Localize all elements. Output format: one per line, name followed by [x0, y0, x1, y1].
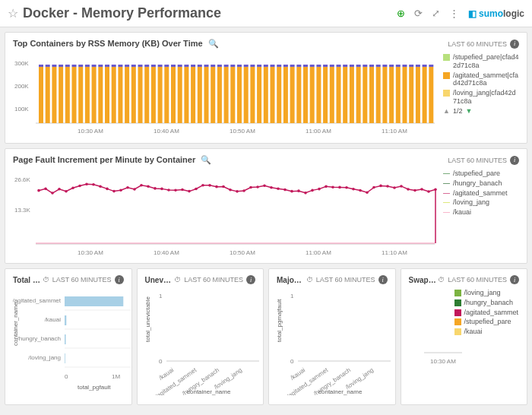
svg-rect-89 — [316, 67, 321, 123]
svg-text:1M: 1M — [112, 373, 120, 380]
legend-item[interactable]: —/agitated_sammet — [443, 189, 508, 198]
legend-item[interactable]: /agitated_sammet|cfad42d71c8a — [443, 71, 519, 88]
svg-text:10:40 AM: 10:40 AM — [154, 249, 179, 256]
svg-rect-114 — [403, 65, 407, 67]
svg-point-183 — [386, 185, 389, 188]
star-icon[interactable]: ☆ — [8, 6, 18, 21]
svg-rect-50 — [191, 65, 195, 67]
svg-rect-71 — [257, 67, 261, 123]
add-icon[interactable]: ⊕ — [397, 8, 405, 19]
line-chart: 10:30 AM — [409, 337, 527, 368]
legend-item[interactable]: /stupefied_pare — [454, 318, 520, 326]
legend-pager[interactable]: ▲ 1/2 ▼ — [443, 107, 519, 116]
legend-item[interactable]: —/hungry_banach — [443, 179, 508, 188]
svg-text:/kauai: /kauai — [157, 366, 175, 382]
legend-item[interactable]: /loving_jang — [454, 289, 520, 297]
legend-item[interactable]: —/loving_jang — [443, 198, 508, 207]
refresh-icon[interactable]: ⟳ — [414, 8, 423, 19]
info-icon[interactable]: i — [246, 275, 255, 284]
info-icon[interactable]: i — [510, 275, 519, 284]
svg-rect-27 — [112, 67, 116, 123]
svg-point-182 — [379, 185, 382, 188]
more-icon[interactable]: ⋮ — [449, 8, 459, 19]
svg-point-153 — [181, 188, 184, 192]
svg-rect-95 — [337, 67, 341, 123]
svg-text:26.6K: 26.6K — [14, 176, 31, 183]
svg-rect-112 — [396, 65, 401, 67]
panel-title: Page Fault Increment per Minute by Conta… — [13, 155, 448, 165]
time-range[interactable]: LAST 60 MINUTES i — [448, 156, 519, 165]
svg-rect-15 — [72, 67, 77, 123]
legend-item[interactable]: /hungry_banach — [454, 299, 520, 307]
svg-rect-96 — [343, 65, 347, 67]
svg-text:container_name: container_name — [318, 388, 363, 395]
svg-point-155 — [195, 188, 198, 191]
legend-item[interactable]: —/kauai — [443, 208, 508, 217]
svg-rect-106 — [376, 65, 381, 67]
svg-rect-20 — [92, 65, 97, 67]
svg-rect-31 — [125, 67, 129, 123]
svg-rect-98 — [350, 65, 354, 67]
svg-rect-49 — [184, 67, 188, 123]
svg-rect-62 — [230, 65, 235, 67]
svg-rect-67 — [244, 67, 249, 123]
time-range[interactable]: ⏱LAST 60 MINUTES i — [306, 275, 388, 284]
svg-rect-115 — [403, 67, 407, 123]
magnify-icon[interactable]: 🔍 — [208, 39, 219, 48]
svg-rect-110 — [389, 65, 394, 67]
magnify-icon[interactable]: 🔍 — [201, 155, 211, 164]
svg-point-184 — [393, 186, 396, 189]
bar-chart: total_unevictable 1 0 /kauai/agitated_sa… — [145, 289, 263, 395]
expand-icon[interactable]: ⤢ — [432, 8, 440, 19]
svg-point-144 — [119, 188, 122, 192]
svg-rect-123 — [429, 67, 433, 123]
legend-item[interactable]: —/stupefied_pare — [443, 169, 508, 178]
svg-text:0: 0 — [65, 373, 68, 380]
svg-point-166 — [270, 186, 273, 189]
panel-title: Major Fault Total … — [277, 276, 305, 284]
svg-rect-60 — [224, 65, 229, 67]
svg-point-163 — [249, 186, 252, 189]
legend-item[interactable]: /kauai — [454, 328, 520, 336]
svg-rect-208 — [65, 353, 65, 363]
info-icon[interactable]: i — [115, 275, 124, 284]
svg-rect-5 — [39, 67, 43, 123]
svg-rect-36 — [144, 65, 149, 67]
svg-text:13.3K: 13.3K — [14, 207, 31, 214]
info-icon[interactable]: i — [510, 156, 519, 165]
svg-text:1: 1 — [159, 293, 163, 299]
panel-title: Swap Size by Con… — [409, 276, 437, 284]
time-range[interactable]: ⏱LAST 60 MINUTES i — [438, 275, 519, 284]
svg-point-140 — [92, 183, 95, 186]
time-range[interactable]: ⏱LAST 60 MINUTES i — [43, 275, 124, 284]
brand-logo: ◧ sumologic — [468, 8, 524, 19]
svg-text:10:50 AM: 10:50 AM — [230, 128, 255, 135]
info-icon[interactable]: i — [378, 275, 388, 284]
svg-rect-24 — [105, 65, 109, 67]
svg-rect-77 — [277, 67, 281, 123]
legend-item[interactable]: /loving_jang|cfad42d71c8a — [443, 89, 519, 106]
time-range[interactable]: LAST 60 MINUTES i — [448, 40, 519, 49]
info-icon[interactable]: i — [510, 40, 519, 49]
svg-rect-73 — [264, 67, 268, 123]
line-chart: 26.6K 13.3K 10:30 AM 10:40 AM 10:50 AM 1… — [13, 169, 439, 257]
panel-swap-size: Swap Size by Con… ⏱LAST 60 MINUTES i /lo… — [401, 268, 528, 405]
svg-point-136 — [65, 190, 68, 193]
svg-rect-102 — [363, 65, 367, 67]
svg-point-147 — [140, 184, 143, 187]
svg-text:10:30 AM: 10:30 AM — [78, 128, 103, 135]
svg-point-172 — [311, 189, 314, 192]
legend-item[interactable]: /agitated_sammet — [454, 309, 520, 317]
svg-text:/kauai: /kauai — [289, 366, 306, 382]
svg-rect-14 — [72, 65, 77, 67]
svg-point-159 — [222, 185, 225, 188]
time-range[interactable]: ⏱LAST 60 MINUTES i — [174, 275, 255, 284]
svg-point-186 — [407, 188, 410, 191]
svg-point-174 — [325, 185, 328, 188]
svg-rect-12 — [65, 65, 70, 67]
stacked-bar-chart: 300K 200K 100K 10:30 AM 10:40 AM 10:50 A… — [13, 53, 439, 137]
panel-unevictable: Unevictable Mem… ⏱LAST 60 MINUTES i tota… — [137, 268, 264, 405]
svg-rect-99 — [350, 67, 354, 123]
svg-rect-30 — [125, 65, 129, 67]
legend-item[interactable]: /stupefied_pare|cfad42d71c8a — [443, 53, 519, 70]
